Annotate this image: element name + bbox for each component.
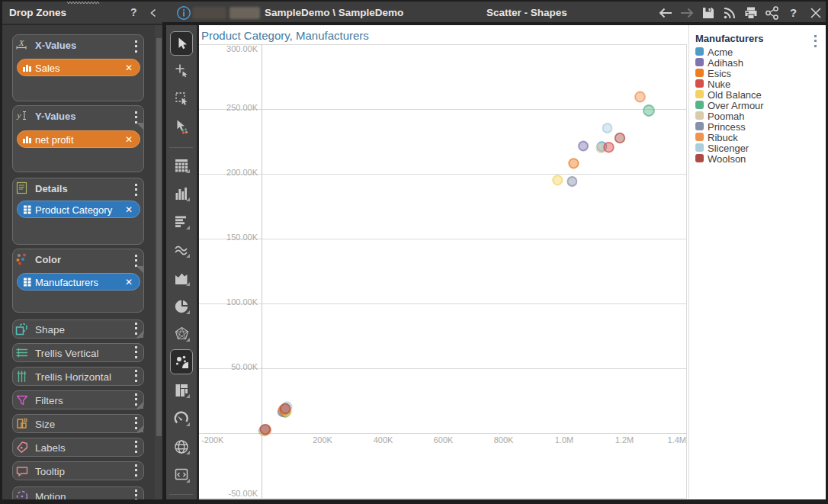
svg-text:X: X bbox=[18, 38, 25, 47]
svg-text:50.00K: 50.00K bbox=[231, 362, 258, 371]
svg-text:-200K: -200K bbox=[201, 435, 224, 445]
svg-text:1.2M: 1.2M bbox=[615, 435, 634, 445]
svg-text:800K: 800K bbox=[494, 435, 514, 445]
svg-text:200.00K: 200.00K bbox=[226, 168, 258, 177]
svg-text:y: y bbox=[17, 111, 21, 120]
svg-text:200K: 200K bbox=[313, 435, 332, 445]
svg-text:150.00K: 150.00K bbox=[226, 233, 258, 242]
svg-text:-50.00K: -50.00K bbox=[228, 489, 258, 498]
svg-text:100.00K: 100.00K bbox=[226, 297, 258, 307]
svg-text:1.0M: 1.0M bbox=[555, 435, 573, 445]
svg-text:Product Category, Manufacturer: Product Category, Manufacturers bbox=[201, 29, 369, 42]
svg-text:400K: 400K bbox=[374, 435, 393, 445]
svg-text:600K: 600K bbox=[434, 435, 454, 445]
svg-text:1.4M: 1.4M bbox=[668, 435, 686, 445]
svg-text:250.00K: 250.00K bbox=[226, 103, 258, 112]
svg-text:300.00K: 300.00K bbox=[226, 44, 258, 53]
